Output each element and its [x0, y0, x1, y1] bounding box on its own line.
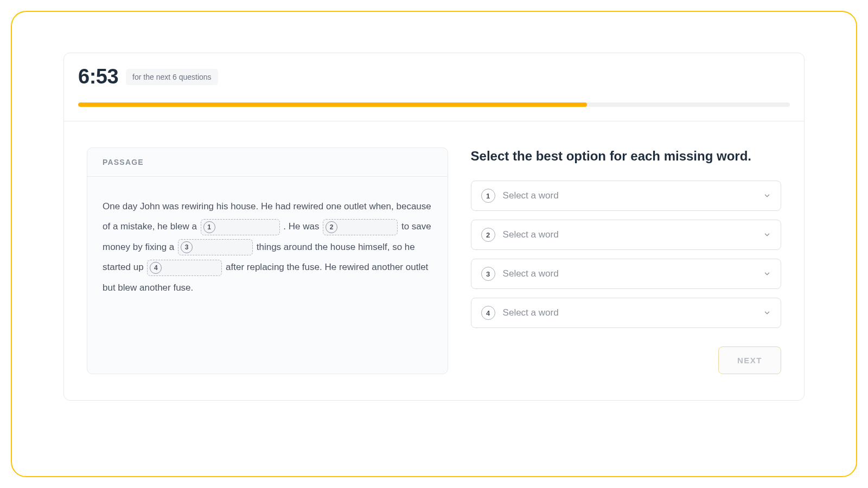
select-word-1[interactable]: 1 Select a word	[471, 181, 781, 211]
progress-container	[64, 88, 804, 107]
blank-number: 3	[181, 241, 193, 253]
progress-fill	[78, 102, 587, 107]
blank-3: 3	[178, 239, 253, 255]
select-number: 2	[481, 228, 495, 242]
select-word-3[interactable]: 3 Select a word	[471, 259, 781, 289]
select-number: 1	[481, 189, 495, 203]
next-button[interactable]: NEXT	[718, 346, 781, 374]
select-placeholder: Select a word	[503, 190, 756, 201]
passage-segment: . He was	[283, 221, 322, 232]
blank-number: 2	[326, 221, 337, 233]
passage-label: PASSAGE	[87, 148, 448, 177]
answer-panel: Select the best option for each missing …	[471, 147, 781, 374]
chevron-down-icon	[763, 192, 771, 200]
select-word-2[interactable]: 2 Select a word	[471, 220, 781, 250]
select-number: 3	[481, 267, 495, 281]
select-placeholder: Select a word	[503, 229, 756, 240]
select-placeholder: Select a word	[503, 307, 756, 318]
blank-2: 2	[323, 219, 398, 235]
blank-number: 4	[150, 262, 162, 274]
passage-panel: PASSAGE One day John was rewiring his ho…	[87, 147, 448, 374]
quiz-card: 6:53 for the next 6 questions PASSAGE On…	[63, 53, 805, 401]
chevron-down-icon	[763, 270, 771, 278]
timer-note: for the next 6 questions	[126, 69, 218, 85]
select-word-4[interactable]: 4 Select a word	[471, 298, 781, 328]
card-header: 6:53 for the next 6 questions	[64, 53, 804, 88]
passage-body: One day John was rewiring his house. He …	[87, 177, 448, 313]
blank-1: 1	[201, 219, 280, 235]
timer-value: 6:53	[78, 65, 118, 88]
progress-track	[78, 102, 790, 107]
select-list: 1 Select a word 2 Select a word 3 Select…	[471, 181, 781, 328]
content-row: PASSAGE One day John was rewiring his ho…	[64, 121, 804, 400]
footer-row: NEXT	[471, 346, 781, 374]
chevron-down-icon	[763, 231, 771, 239]
instruction-text: Select the best option for each missing …	[471, 147, 781, 164]
blank-number: 1	[203, 221, 215, 233]
outer-frame: 6:53 for the next 6 questions PASSAGE On…	[11, 11, 857, 477]
blank-4: 4	[147, 260, 222, 276]
select-number: 4	[481, 306, 495, 320]
chevron-down-icon	[763, 309, 771, 317]
select-placeholder: Select a word	[503, 268, 756, 279]
